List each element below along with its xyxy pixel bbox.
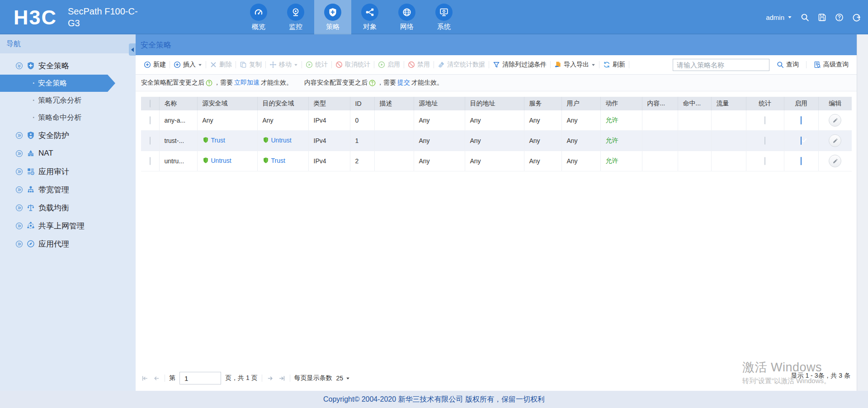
tab-security-policy[interactable]: 安全策略: [141, 40, 171, 50]
create-button[interactable]: 新建: [140, 58, 170, 71]
first-page-button[interactable]: [141, 375, 149, 382]
zone-link[interactable]: Trust: [263, 157, 285, 164]
top-nav-label: 监控: [289, 23, 302, 31]
clear-column-filters-button[interactable]: 清除列过滤条件: [489, 58, 550, 71]
move-button[interactable]: 移动: [266, 58, 302, 71]
cell: Untrust: [257, 131, 308, 151]
column-header-traffic[interactable]: 流量: [711, 97, 746, 110]
column-header-action[interactable]: 动作: [600, 97, 642, 110]
enable-checkbox[interactable]: [801, 116, 802, 124]
policy-name-search-input[interactable]: [673, 59, 769, 71]
zone-link[interactable]: Trust: [203, 137, 225, 144]
admin-user-menu[interactable]: admin: [766, 14, 792, 21]
sidebar-item-nat[interactable]: NAT: [0, 144, 136, 162]
submit-link[interactable]: 提交: [397, 79, 410, 87]
sidebar-item-shared-internet[interactable]: 共享上网管理: [0, 217, 136, 235]
enable-button[interactable]: 启用: [374, 58, 404, 71]
column-header-src-address[interactable]: 源地址: [414, 97, 465, 110]
column-header-dst-zone[interactable]: 目的安全域: [257, 97, 308, 110]
zone-link[interactable]: Untrust: [203, 157, 231, 164]
copy-button[interactable]: 复制: [236, 58, 265, 71]
top-nav-overview[interactable]: 概览: [240, 0, 277, 34]
sidebar-item-security-policy[interactable]: 安全策略: [0, 57, 136, 75]
edit-button[interactable]: [829, 155, 841, 167]
sidebar-item-app-audit[interactable]: 应用审计: [0, 162, 136, 180]
cell: 允许: [600, 110, 642, 131]
insert-button[interactable]: 插入: [170, 58, 206, 71]
column-header-statistics[interactable]: 统计: [746, 97, 784, 110]
last-page-button[interactable]: [278, 375, 286, 382]
statistics-checkbox[interactable]: [764, 157, 765, 165]
sidebar-item-load-balancing[interactable]: 负载均衡: [0, 199, 136, 217]
sidebar-collapse-handle[interactable]: [129, 43, 136, 56]
query-button[interactable]: 查询: [773, 58, 802, 71]
row-checkbox[interactable]: [150, 157, 151, 165]
refresh-button[interactable]: 刷新: [599, 58, 629, 71]
top-nav-system[interactable]: 系统: [425, 0, 462, 34]
column-header-id[interactable]: ID: [350, 97, 374, 110]
column-header-type[interactable]: 类型: [308, 97, 350, 110]
column-header-user[interactable]: 用户: [561, 97, 600, 110]
edit-button[interactable]: [829, 114, 841, 127]
sidebar-item-app-proxy[interactable]: 应用代理: [0, 235, 136, 253]
enable-checkbox[interactable]: [801, 157, 802, 165]
help-question-icon[interactable]: [206, 80, 212, 86]
advanced-query-button[interactable]: 高级查询: [810, 58, 852, 71]
next-page-button[interactable]: [266, 375, 274, 382]
column-header-service[interactable]: 服务: [524, 97, 561, 110]
zone-name: Any: [263, 117, 274, 124]
statistics-checkbox[interactable]: [764, 137, 765, 145]
column-header-content[interactable]: 内容...: [642, 97, 678, 110]
header-help-button[interactable]: [835, 13, 844, 22]
header-search-button[interactable]: [801, 13, 809, 22]
row-checkbox[interactable]: [150, 116, 151, 124]
column-header-hit[interactable]: 命中...: [678, 97, 711, 110]
header-logout-button[interactable]: [852, 13, 861, 22]
accelerate-now-link[interactable]: 立即加速: [234, 79, 259, 87]
import-export-button[interactable]: 导入导出: [551, 58, 599, 71]
top-nav-policy[interactable]: 策略: [314, 0, 351, 34]
sidebar-item-security-protection[interactable]: 安全防护: [0, 126, 136, 144]
column-header-name[interactable]: 名称: [159, 97, 197, 110]
sidebar-subitem-policy-hit-analysis[interactable]: ·策略命中分析: [0, 109, 108, 126]
per-page-select[interactable]: 25: [336, 375, 350, 382]
cancel-statistics-button[interactable]: 取消统计: [332, 58, 374, 71]
enable-checkbox[interactable]: [801, 137, 802, 145]
zone-link[interactable]: Untrust: [263, 137, 292, 144]
sidebar-subitem-label: 策略冗余分析: [38, 96, 81, 105]
delete-button[interactable]: 删除: [206, 58, 236, 71]
notice-text: 安全策略配置变更之后: [141, 79, 204, 87]
column-header-enable[interactable]: 启用: [784, 97, 818, 110]
disable-button[interactable]: 禁用: [404, 58, 434, 71]
prev-page-button[interactable]: [153, 375, 160, 382]
shield-plus-icon: [324, 4, 341, 21]
help-question-icon[interactable]: [369, 80, 376, 86]
column-header-src-zone[interactable]: 源安全域: [197, 97, 257, 110]
sidebar-item-bandwidth-management[interactable]: 带宽管理: [0, 180, 136, 199]
chevron-right-circle-icon: [15, 204, 23, 212]
column-header-description[interactable]: 描述: [374, 97, 414, 110]
clear-statistics-button[interactable]: 清空统计数据: [434, 58, 489, 71]
top-nav-objects[interactable]: 对象: [351, 0, 388, 34]
top-nav-monitor[interactable]: 监控: [277, 0, 314, 34]
select-all-checkbox[interactable]: [150, 100, 151, 108]
statistics-checkbox[interactable]: [764, 116, 765, 124]
edit-button[interactable]: [829, 134, 841, 147]
column-header-edit[interactable]: 编辑: [818, 97, 852, 110]
column-header-select[interactable]: [141, 97, 159, 110]
top-nav-network[interactable]: 网络: [388, 0, 425, 34]
ban-icon: [408, 61, 415, 68]
column-header-dst-address[interactable]: 目的地址: [465, 97, 524, 110]
compass-icon: [27, 240, 35, 248]
policy-name: trust-...: [165, 137, 184, 144]
sidebar-subitem-security-policy[interactable]: ·安全策略: [0, 75, 108, 92]
statistics-button[interactable]: 统计: [302, 58, 331, 71]
sidebar-subitem-policy-redundancy-analysis[interactable]: ·策略冗余分析: [0, 92, 108, 109]
row-checkbox[interactable]: [150, 137, 151, 145]
header-save-button[interactable]: [818, 13, 826, 22]
page-number-input[interactable]: [179, 372, 221, 384]
zone-name: Trust: [271, 157, 285, 164]
copy-icon: [240, 61, 247, 68]
chevron-right-circle-icon: [15, 222, 23, 230]
cell: [818, 131, 852, 151]
